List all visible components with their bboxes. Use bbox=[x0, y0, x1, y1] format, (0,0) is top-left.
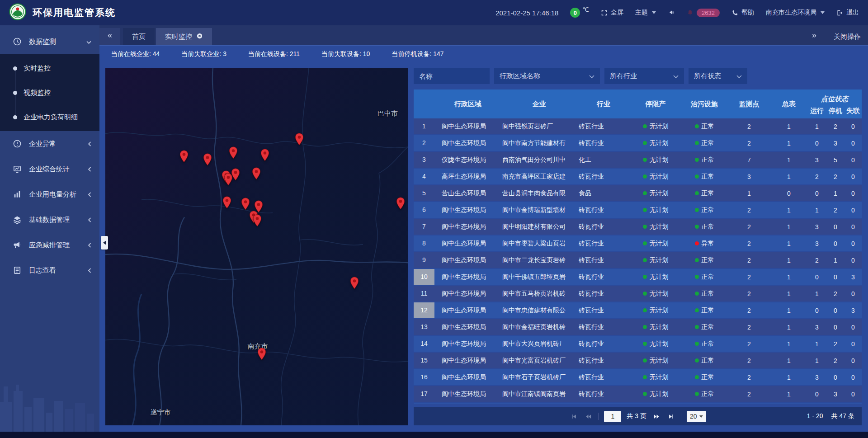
sidebar-item[interactable]: 应急减排管理 bbox=[0, 232, 99, 258]
table-row[interactable]: 6 阆中生态环境局 阆中市金博瑞新型墙材 砖瓦行业 无计划 正常 2 1 1 2… bbox=[414, 202, 862, 218]
table-row[interactable]: 2 阆中生态环境局 阆中市南方节能建材有 砖瓦行业 无计划 正常 2 1 0 3… bbox=[414, 135, 862, 151]
cell-industry: 砖瓦行业 bbox=[577, 340, 630, 348]
table-row[interactable]: 8 阆中生态环境局 阆中市枣碧大梁山页岩 砖瓦行业 无计划 异常 2 1 3 0… bbox=[414, 235, 862, 251]
map-panel[interactable]: 巴中市南充市遂宁市 bbox=[105, 68, 408, 425]
name-search-input[interactable] bbox=[414, 68, 490, 84]
status-dot-icon bbox=[695, 325, 699, 329]
map-marker-pin[interactable] bbox=[253, 214, 262, 227]
sidebar-item[interactable]: 企业综合统计 bbox=[0, 156, 99, 182]
tabs-scroll-left-button[interactable] bbox=[99, 28, 120, 45]
range-label: 1 - 20 bbox=[807, 412, 823, 420]
row-index: 7 bbox=[414, 219, 434, 235]
page-size-select[interactable]: 20 bbox=[687, 411, 706, 422]
help-button[interactable]: 帮助 bbox=[731, 9, 754, 17]
close-operations-button[interactable]: 关闭操作 bbox=[834, 28, 861, 45]
fullscreen-button[interactable]: 全屏 bbox=[601, 9, 623, 17]
map-marker-pin[interactable] bbox=[350, 277, 359, 289]
cell-running-count: 0 bbox=[807, 140, 826, 147]
map-marker-pin[interactable] bbox=[396, 197, 405, 210]
sidebar-subitem[interactable]: 视频监控 bbox=[0, 80, 99, 105]
cell-limit-production: 无计划 bbox=[630, 357, 681, 365]
first-page-icon[interactable] bbox=[569, 413, 578, 420]
map-marker-pin[interactable] bbox=[295, 133, 304, 146]
map-marker-pin[interactable] bbox=[222, 196, 231, 209]
table-row[interactable]: 7 阆中生态环境局 阆中明阳建材有限公司 砖瓦行业 无计划 正常 2 1 3 0… bbox=[414, 219, 862, 235]
map-marker-pin[interactable] bbox=[179, 150, 189, 163]
status-dot-icon bbox=[643, 392, 647, 396]
last-page-icon[interactable] bbox=[666, 413, 675, 420]
table-row[interactable]: 14 阆中生态环境局 阆中市大兴页岩机砖厂 砖瓦行业 无计划 正常 2 1 1 … bbox=[414, 336, 862, 352]
chevron-down-icon bbox=[589, 72, 594, 80]
tab-home[interactable]: 首页 bbox=[123, 28, 155, 45]
table-row[interactable]: 18 南部生态环境局 南部县双佛土陶有限公 砖瓦行业 无计划 正常 2 1 0 … bbox=[414, 403, 862, 404]
cell-disconnected-count: 0 bbox=[844, 290, 862, 297]
map-marker-pin[interactable] bbox=[231, 168, 240, 181]
chevrons-left-icon bbox=[107, 33, 113, 41]
table-row[interactable]: 1 阆中生态环境局 阆中强锐页岩砖厂 砖瓦行业 无计划 正常 2 1 1 2 0 bbox=[414, 118, 862, 134]
sidebar-item[interactable]: 数据监测 bbox=[0, 29, 99, 54]
table-row[interactable]: 3 仪陇生态环境局 西南油气田分公司川中 化工 无计划 正常 7 1 3 5 0 bbox=[414, 152, 862, 168]
sidebar-subitem[interactable]: 企业电力负荷明细 bbox=[0, 105, 99, 129]
chevron-left-icon bbox=[88, 216, 91, 224]
table-row[interactable]: 12 阆中生态环境局 阆中市忠信建材有限公 砖瓦行业 无计划 正常 2 1 0 … bbox=[414, 302, 862, 318]
status-select[interactable]: 所有状态 bbox=[689, 68, 747, 84]
map-marker-pin[interactable] bbox=[257, 348, 266, 360]
cell-total-meters: 1 bbox=[770, 290, 807, 297]
table-row[interactable]: 13 阆中生态环境局 阆中市金福旺页岩机砖 砖瓦行业 无计划 正常 2 1 3 … bbox=[414, 319, 862, 335]
table-row[interactable]: 16 阆中生态环境局 阆中市石子页岩机砖厂 砖瓦行业 无计划 正常 2 1 3 … bbox=[414, 369, 862, 385]
sidebar-item[interactable]: 企业异常 bbox=[0, 131, 99, 156]
cell-company: 阆中市石子页岩机砖厂 bbox=[501, 373, 577, 381]
cell-region: 阆中生态环境局 bbox=[434, 357, 501, 365]
table-row[interactable]: 9 阆中生态环境局 阆中市二龙长宝页岩砖 砖瓦行业 无计划 正常 2 1 2 1… bbox=[414, 252, 862, 268]
table-row[interactable]: 15 阆中生态环境局 阆中市光富页岩机砖厂 砖瓦行业 无计划 正常 2 1 1 … bbox=[414, 353, 862, 368]
table-row[interactable]: 4 高坪生态环境局 南充市高坪区王家店建 砖瓦行业 无计划 正常 3 1 2 2… bbox=[414, 169, 862, 184]
sidebar-subitem[interactable]: 实时监控 bbox=[0, 56, 99, 80]
map-marker-pin[interactable] bbox=[241, 198, 250, 210]
sidebar-item[interactable]: 基础数据管理 bbox=[0, 207, 99, 232]
org-dropdown[interactable]: 南充市生态环境局 bbox=[766, 9, 825, 17]
table-row[interactable]: 11 阆中生态环境局 阆中市五马桥页岩机砖 砖瓦行业 无计划 正常 2 1 1 … bbox=[414, 286, 862, 301]
sidebar-item[interactable]: 企业用电量分析 bbox=[0, 182, 99, 207]
bullet-dot-icon bbox=[13, 66, 17, 71]
cell-disconnected-count: 0 bbox=[844, 190, 862, 197]
cell-industry: 砖瓦行业 bbox=[577, 306, 630, 315]
cell-total-meters: 1 bbox=[770, 123, 807, 130]
cell-pollution-facility: 正常 bbox=[681, 173, 728, 181]
region-select[interactable]: 行政区域名称 bbox=[494, 68, 600, 84]
pager-summary: 1 - 20 共 47 条 bbox=[807, 412, 854, 420]
cell-disconnected-count: 0 bbox=[844, 223, 862, 231]
col-region: 行政区域 bbox=[434, 100, 501, 108]
map-collapse-handle[interactable] bbox=[101, 236, 108, 250]
cell-monitor-points: 2 bbox=[728, 307, 770, 314]
table-row[interactable]: 17 阆中生态环境局 阆中市江南镇阆南页岩 砖瓦行业 无计划 正常 2 1 0 … bbox=[414, 386, 862, 402]
table-row[interactable]: 5 营山生态环境局 营山县润丰肉食品有限 食品 无计划 正常 1 0 0 1 0 bbox=[414, 185, 862, 201]
bullet-dot-icon bbox=[13, 115, 17, 119]
map-marker-pin[interactable] bbox=[229, 146, 238, 159]
notifications-button[interactable]: 2632 bbox=[687, 9, 720, 17]
theme-dropdown[interactable]: 主题 bbox=[635, 9, 656, 17]
tabs-scroll-right-button[interactable] bbox=[804, 28, 825, 45]
map-marker-pin[interactable] bbox=[260, 149, 269, 161]
previous-page-icon[interactable] bbox=[584, 413, 593, 420]
close-tab-icon[interactable] bbox=[196, 33, 203, 41]
industry-select[interactable]: 所有行业 bbox=[604, 68, 684, 84]
table-row[interactable]: 10 阆中生态环境局 阆中千佛镇五郎垭页岩 砖瓦行业 无计划 正常 2 1 0 … bbox=[414, 269, 862, 285]
temperature-unit: ℃ bbox=[582, 6, 589, 13]
next-page-icon[interactable] bbox=[652, 413, 661, 420]
map-marker-pin[interactable] bbox=[252, 167, 261, 180]
mute-speaker-button[interactable] bbox=[668, 9, 675, 16]
logout-button[interactable]: 退出 bbox=[836, 9, 859, 17]
row-index: 1 bbox=[414, 118, 434, 134]
row-index: 9 bbox=[414, 252, 434, 268]
row-index: 18 bbox=[414, 403, 434, 404]
cell-monitor-points: 2 bbox=[728, 140, 770, 147]
cell-pollution-facility: 正常 bbox=[681, 189, 728, 198]
map-marker-pin[interactable] bbox=[203, 153, 212, 166]
page-number-input[interactable] bbox=[604, 411, 621, 422]
chevrons-right-icon bbox=[811, 33, 817, 41]
tab-realtime-monitoring[interactable]: 实时监控 bbox=[156, 28, 212, 45]
sidebar-item[interactable]: 日志查看 bbox=[0, 258, 99, 283]
cell-company: 阆中市二龙长宝页岩砖 bbox=[501, 256, 577, 264]
cell-total-meters: 1 bbox=[770, 273, 807, 281]
cell-limit-production: 无计划 bbox=[630, 156, 681, 164]
